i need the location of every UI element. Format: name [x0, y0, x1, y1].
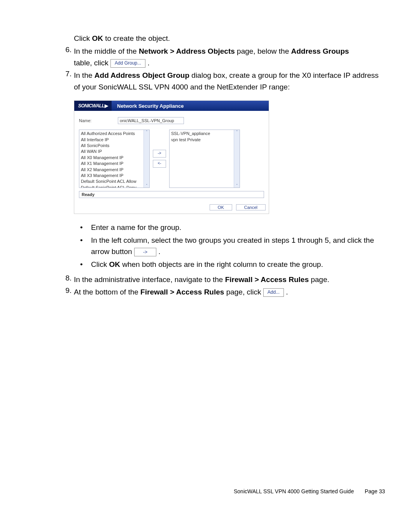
move-left-button[interactable]: <-: [153, 160, 166, 168]
add-group-button[interactable]: Add Group...: [110, 59, 145, 68]
text: In the left column, select the two group…: [91, 235, 385, 258]
step-list: 6. In the middle of the Network > Addres…: [58, 46, 385, 93]
logo-text: SONICWALL: [78, 103, 105, 109]
text: In the left column, select the two group…: [91, 236, 374, 256]
text-bold: Firewall > Access Rules: [225, 275, 309, 284]
dialog-body: Name: All Authorized Access Points All I…: [74, 111, 269, 200]
page-footer: SonicWALL SSL VPN 4000 Getting Started G…: [234, 488, 385, 494]
bullet: • Click OK when both objects are in the …: [79, 259, 385, 270]
text-bold: Add Address Object Group: [94, 71, 189, 79]
list-item[interactable]: All SonicPoints: [81, 143, 148, 149]
text: In the: [74, 71, 94, 79]
list-item[interactable]: All X3 Management IP: [81, 173, 148, 179]
list-item[interactable]: All X0 Management IP: [81, 155, 148, 161]
scrollbar[interactable]: ˄ ˅: [144, 130, 149, 188]
text: In the administrative interface, navigat…: [74, 275, 225, 284]
scroll-up-icon[interactable]: ˄: [236, 130, 238, 134]
step-body: In the middle of the Network > Address O…: [74, 46, 385, 68]
list-item[interactable]: Default SonicPoint ACL Deny: [81, 185, 148, 188]
list-item[interactable]: All WAN IP: [81, 149, 148, 154]
dual-list: All Authorized Access Points All Interfa…: [79, 130, 264, 188]
bullet-marker: •: [79, 222, 91, 233]
text-bold: Network > Address Objects: [139, 47, 235, 55]
sub-bullets: • Enter a name for the group. • In the l…: [79, 222, 385, 270]
text: .: [158, 247, 160, 256]
list-item[interactable]: All Interface IP: [81, 137, 148, 143]
step-body: In the administrative interface, navigat…: [74, 274, 385, 285]
text-bold: Firewall > Access Rules: [140, 288, 224, 296]
step-number: 9.: [58, 286, 74, 298]
text-bold: Address Groups: [291, 47, 349, 55]
text: Click: [74, 34, 92, 42]
text: page, click: [224, 288, 263, 296]
text-bold: OK: [92, 34, 103, 42]
bullet: • Enter a name for the group.: [79, 222, 385, 233]
text: when both objects are in the right colum…: [120, 260, 323, 268]
text: page, below the: [235, 47, 291, 55]
text: to create the object.: [103, 34, 170, 42]
step-number: 6.: [58, 46, 74, 68]
step-list-cont: 8. In the administrative interface, navi…: [58, 274, 385, 298]
bullet-marker: •: [79, 259, 91, 270]
step-number: 7.: [58, 70, 74, 93]
list-item[interactable]: All X1 Management IP: [81, 161, 148, 166]
scroll-down-icon[interactable]: ˅: [236, 184, 238, 188]
text: Click: [91, 260, 109, 268]
name-row: Name:: [79, 117, 264, 124]
text: In the middle of the: [74, 47, 139, 55]
text: page.: [309, 275, 329, 284]
list-item[interactable]: Default SonicPoint ACL Allow: [81, 179, 148, 184]
ok-button[interactable]: OK: [210, 204, 232, 210]
sonicwall-logo: SONICWALL▶: [74, 101, 112, 111]
transfer-buttons: -> <-: [153, 130, 166, 188]
logo-arrow-icon: ▶: [105, 103, 108, 109]
list-item[interactable]: vpn test Private: [171, 137, 238, 143]
step-body: At the bottom of the Firewall > Access R…: [74, 286, 385, 298]
list-item[interactable]: All Authorized Access Points: [81, 131, 148, 137]
arrow-button[interactable]: ->: [134, 248, 156, 257]
dialog-title: Network Security Appliance: [117, 103, 184, 109]
bullet-marker: •: [79, 235, 91, 258]
text: .: [286, 288, 288, 296]
dialog-header: SONICWALL▶ Network Security Appliance: [74, 101, 269, 111]
status-bar: Ready: [79, 191, 264, 198]
text-bold: OK: [109, 260, 120, 268]
step-6: 6. In the middle of the Network > Addres…: [58, 46, 385, 68]
scroll-up-icon[interactable]: ˄: [146, 130, 148, 134]
text: Enter a name for the group.: [91, 222, 385, 233]
bullet: • In the left column, select the two gro…: [79, 235, 385, 258]
step-9: 9. At the bottom of the Firewall > Acces…: [58, 286, 385, 298]
step-number: 8.: [58, 274, 74, 285]
selected-items: SSL-VPN_appliance vpn test Private: [170, 130, 240, 144]
selected-listbox[interactable]: SSL-VPN_appliance vpn test Private ˄ ˅: [169, 130, 240, 188]
text: .: [147, 59, 149, 67]
available-items: All Authorized Access Points All Interfa…: [79, 130, 149, 188]
document-page: Click OK to create the object. 6. In the…: [0, 0, 420, 510]
footer-page: Page 33: [365, 488, 385, 494]
move-right-button[interactable]: ->: [153, 150, 166, 158]
available-listbox[interactable]: All Authorized Access Points All Interfa…: [79, 130, 150, 188]
scrollbar[interactable]: ˄ ˅: [234, 130, 240, 188]
text: At the bottom of the: [74, 288, 140, 296]
footer-title: SonicWALL SSL VPN 4000 Getting Started G…: [234, 488, 354, 494]
cancel-button[interactable]: Cancel: [236, 204, 266, 210]
text: table, click: [74, 59, 110, 67]
add-group-dialog: SONICWALL▶ Network Security Appliance Na…: [74, 100, 269, 214]
text: Click OK when both objects are in the ri…: [91, 259, 385, 270]
step-7: 7. In the Add Address Object Group dialo…: [58, 70, 385, 93]
intro-text: Click OK to create the object.: [74, 33, 385, 44]
add-button[interactable]: Add...: [263, 288, 284, 297]
list-item[interactable]: All X2 Management IP: [81, 167, 148, 173]
name-label: Name:: [79, 118, 118, 123]
dialog-footer: OK Cancel: [74, 200, 269, 214]
step-body: In the Add Address Object Group dialog b…: [74, 70, 385, 93]
group-name-input[interactable]: [118, 117, 184, 124]
scroll-down-icon[interactable]: ˅: [146, 184, 148, 188]
step-8: 8. In the administrative interface, navi…: [58, 274, 385, 285]
list-item[interactable]: SSL-VPN_appliance: [171, 131, 238, 137]
